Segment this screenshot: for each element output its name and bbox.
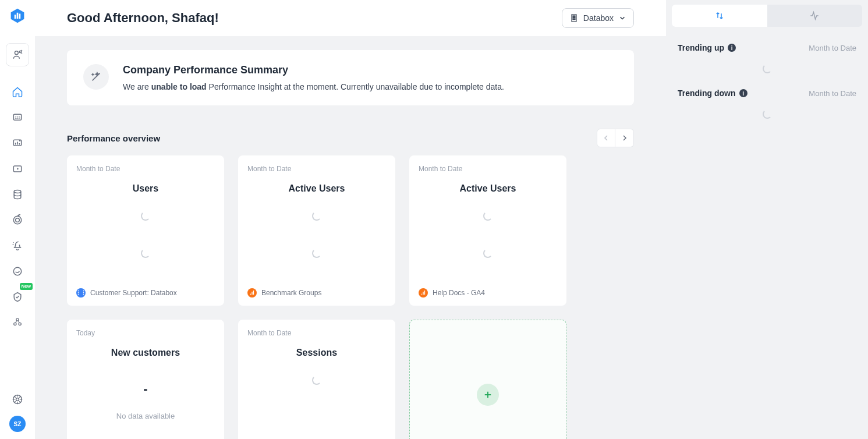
metric-card[interactable]: Month to Date Sessions bbox=[238, 320, 395, 439]
sidebar-item-data[interactable] bbox=[6, 183, 29, 206]
right-panel: Trending up i Month to Date Trending dow… bbox=[666, 0, 868, 439]
metric-period: Month to Date bbox=[247, 165, 386, 173]
loading-spinner bbox=[312, 249, 321, 258]
user-avatar[interactable]: SZ bbox=[9, 416, 26, 432]
wand-icon bbox=[83, 64, 109, 90]
tab-activity[interactable] bbox=[767, 5, 863, 27]
activity-icon bbox=[809, 10, 820, 21]
svg-marker-14 bbox=[17, 168, 19, 169]
metric-period: Today bbox=[76, 329, 215, 337]
chevron-down-icon bbox=[618, 14, 626, 22]
trending-up-label: Trending up bbox=[678, 43, 724, 52]
svg-rect-30 bbox=[575, 19, 575, 19]
svg-rect-29 bbox=[573, 19, 573, 19]
topbar: Good Afternoon, Shafaq! Databox bbox=[35, 0, 666, 36]
info-icon[interactable]: i bbox=[728, 44, 736, 52]
svg-point-19 bbox=[16, 318, 19, 321]
overview-pager bbox=[597, 129, 634, 147]
svg-point-12 bbox=[19, 140, 21, 142]
svg-rect-25 bbox=[573, 16, 573, 16]
svg-text:123: 123 bbox=[15, 116, 20, 119]
sidebar-item-media[interactable] bbox=[6, 157, 29, 180]
loading-spinner bbox=[312, 376, 321, 385]
metric-title: Users bbox=[76, 183, 215, 194]
sidebar-item-insights[interactable] bbox=[6, 260, 29, 283]
greeting: Good Afternoon, Shafaq! bbox=[67, 10, 219, 26]
metric-card[interactable]: Month to Date Active Users .ıl Benchmark… bbox=[238, 155, 395, 306]
sidebar-item-notifications[interactable] bbox=[6, 234, 29, 257]
chevron-right-icon bbox=[620, 133, 629, 143]
trending-down-label: Trending down bbox=[678, 88, 736, 98]
building-icon bbox=[569, 13, 579, 23]
loading-spinner bbox=[141, 211, 150, 221]
arrows-up-down-icon bbox=[714, 10, 725, 21]
loading-spinner bbox=[483, 211, 493, 221]
metric-title: Sessions bbox=[247, 348, 386, 358]
svg-rect-2 bbox=[17, 13, 19, 19]
source-icon: ⋮⋮ bbox=[76, 288, 86, 298]
svg-point-15 bbox=[14, 190, 21, 193]
svg-rect-11 bbox=[19, 143, 20, 145]
svg-rect-24 bbox=[572, 15, 576, 22]
svg-rect-3 bbox=[19, 14, 21, 19]
metric-card[interactable]: Month to Date Active Users .ıl Help Docs… bbox=[409, 155, 566, 306]
add-metric-card[interactable] bbox=[409, 320, 566, 439]
trending-up-section: Trending up i Month to Date bbox=[672, 27, 862, 79]
svg-rect-27 bbox=[573, 17, 573, 18]
performance-summary-card: Company Performance Summary We are unabl… bbox=[67, 50, 634, 105]
company-name: Databox bbox=[583, 13, 614, 23]
svg-rect-26 bbox=[575, 16, 575, 16]
chevron-left-icon bbox=[601, 133, 611, 143]
svg-point-18 bbox=[13, 267, 21, 275]
sidebar-item-account[interactable] bbox=[6, 43, 29, 66]
overview-title: Performance overview bbox=[67, 133, 160, 143]
metric-title: Active Users bbox=[247, 183, 386, 194]
metric-card[interactable]: Month to Date Users ⋮⋮ Customer Support:… bbox=[67, 155, 224, 306]
metric-source: .ıl Benchmark Groups bbox=[247, 288, 386, 298]
trending-down-period: Month to Date bbox=[809, 89, 856, 98]
sidebar-item-reports[interactable]: New bbox=[6, 285, 29, 309]
metric-title: Active Users bbox=[419, 183, 557, 194]
sidebar-item-team[interactable] bbox=[6, 311, 29, 334]
company-select[interactable]: Databox bbox=[562, 8, 634, 28]
new-badge: New bbox=[20, 283, 33, 290]
svg-point-5 bbox=[19, 51, 21, 52]
overview-grid: Month to Date Users ⋮⋮ Customer Support:… bbox=[67, 155, 634, 439]
loading-spinner bbox=[483, 249, 493, 258]
loading-spinner bbox=[312, 211, 321, 221]
sidebar: 123 New SZ bbox=[0, 0, 35, 439]
source-icon: .ıl bbox=[419, 288, 428, 298]
source-icon: .ıl bbox=[247, 288, 257, 298]
sidebar-item-goals[interactable] bbox=[6, 208, 29, 232]
svg-point-23 bbox=[16, 398, 19, 401]
svg-rect-28 bbox=[575, 17, 575, 18]
sidebar-item-dashboards[interactable] bbox=[6, 132, 29, 155]
svg-point-4 bbox=[15, 51, 18, 55]
metric-card[interactable]: Today New customers - No data available bbox=[67, 320, 224, 439]
metric-period: Month to Date bbox=[247, 329, 386, 337]
sidebar-item-scorecards[interactable]: 123 bbox=[6, 106, 29, 129]
metric-source: .ıl Help Docs - GA4 bbox=[419, 288, 557, 298]
loading-spinner bbox=[763, 109, 772, 119]
svg-rect-9 bbox=[15, 143, 16, 144]
metric-period: Month to Date bbox=[419, 165, 557, 173]
summary-title: Company Performance Summary bbox=[123, 64, 504, 76]
sidebar-item-help[interactable] bbox=[6, 388, 29, 411]
pager-prev[interactable] bbox=[597, 129, 615, 147]
metric-nodata: No data available bbox=[116, 412, 175, 420]
svg-point-17 bbox=[16, 218, 20, 222]
tab-trending[interactable] bbox=[672, 5, 767, 27]
app-logo[interactable] bbox=[9, 7, 26, 24]
info-icon[interactable]: i bbox=[739, 89, 747, 97]
trending-up-period: Month to Date bbox=[809, 44, 856, 52]
metric-value: - bbox=[143, 381, 147, 396]
summary-text: We are unable to load Performance Insigh… bbox=[123, 82, 504, 91]
metric-title: New customers bbox=[76, 348, 215, 358]
main: Good Afternoon, Shafaq! Databox Company … bbox=[35, 0, 666, 439]
sidebar-item-home[interactable] bbox=[6, 80, 29, 104]
right-panel-tabs bbox=[672, 5, 862, 27]
metric-source: ⋮⋮ Customer Support: Databox bbox=[76, 288, 215, 298]
svg-rect-1 bbox=[15, 15, 16, 19]
pager-next[interactable] bbox=[615, 129, 634, 147]
loading-spinner bbox=[763, 64, 772, 73]
